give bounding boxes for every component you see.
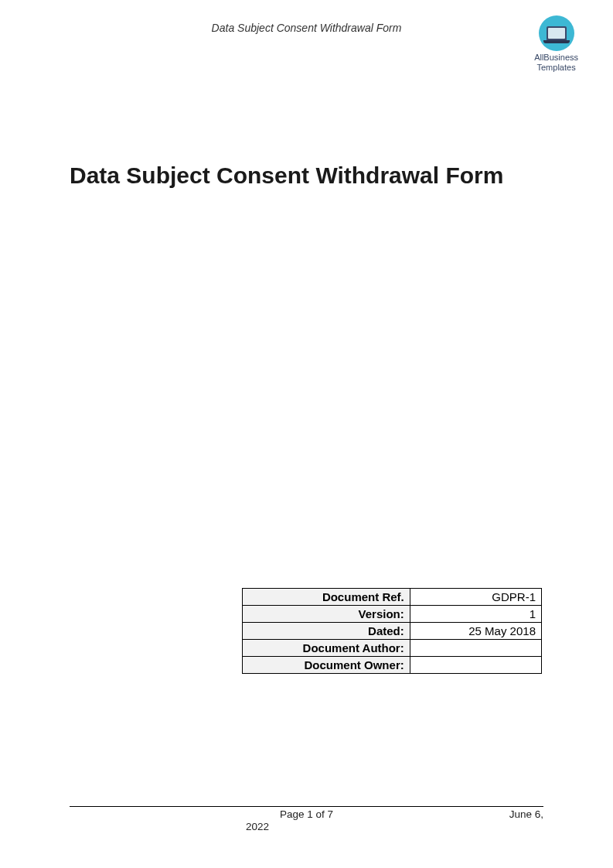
- document-title: Data Subject Consent Withdrawal Form: [70, 162, 543, 189]
- brand-logo: AllBusiness Templates: [534, 15, 578, 72]
- footer-page: Page 1 of 7: [280, 808, 333, 820]
- page-footer: Page 1 of 7 June 6, 2022: [70, 806, 543, 833]
- page-header: Data Subject Consent Withdrawal Form: [0, 22, 613, 34]
- footer-date: June 6,: [509, 808, 543, 820]
- meta-label: Document Author:: [243, 640, 410, 657]
- document-meta-table: Document Ref. GDPR-1 Version: 1 Dated: 2…: [242, 588, 542, 674]
- table-row: Document Owner:: [243, 657, 542, 674]
- logo-text-line2: Templates: [534, 63, 578, 73]
- meta-label: Document Owner:: [243, 657, 410, 674]
- footer-year: 2022: [246, 821, 269, 832]
- table-row: Document Ref. GDPR-1: [243, 589, 542, 606]
- laptop-icon: [547, 26, 567, 40]
- table-row: Dated: 25 May 2018: [243, 623, 542, 640]
- meta-label: Document Ref.: [243, 589, 410, 606]
- header-title: Data Subject Consent Withdrawal Form: [212, 22, 402, 34]
- meta-value: 1: [410, 606, 541, 623]
- meta-label: Version:: [243, 606, 410, 623]
- table-row: Document Author:: [243, 640, 542, 657]
- footer-content: Page 1 of 7 June 6, 2022: [70, 808, 543, 833]
- table-row: Version: 1: [243, 606, 542, 623]
- logo-text-line1: AllBusiness: [534, 53, 578, 63]
- meta-value: GDPR-1: [410, 589, 541, 606]
- meta-value: [410, 657, 541, 674]
- logo-text: AllBusiness Templates: [534, 53, 578, 72]
- meta-value: 25 May 2018: [410, 623, 541, 640]
- footer-rule: [70, 806, 543, 807]
- logo-circle: [539, 15, 574, 51]
- meta-label: Dated:: [243, 623, 410, 640]
- meta-value: [410, 640, 541, 657]
